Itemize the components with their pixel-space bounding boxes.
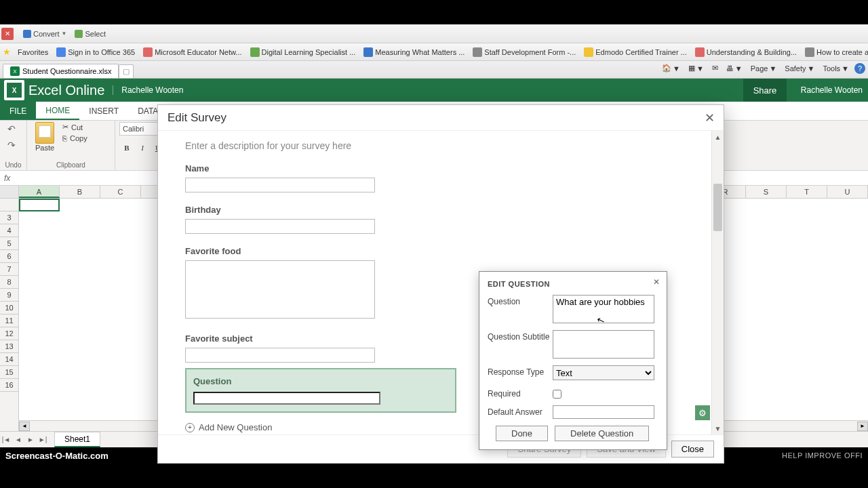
col-header-a[interactable]: A (19, 186, 60, 198)
question-input[interactable] (193, 392, 380, 405)
delete-question-button[interactable]: Delete Question (555, 426, 649, 441)
row-header[interactable]: 11 (0, 314, 18, 327)
favorites-button[interactable]: Favorites (14, 48, 52, 56)
subtitle-field[interactable] (553, 330, 654, 359)
sheet-nav-last[interactable]: ►| (37, 434, 49, 446)
survey-question-name: Name (185, 163, 696, 192)
row-header[interactable]: 9 (0, 289, 18, 302)
close-icon[interactable]: ✕ (1, 28, 14, 40)
mail-icon[interactable]: ✉ (709, 62, 721, 74)
col-header-t[interactable]: T (787, 186, 827, 198)
tab-file[interactable]: FILE (0, 102, 36, 120)
fav-link-7[interactable]: How to create a PDF Portf... (801, 47, 868, 57)
survey-question-new[interactable]: Question (185, 368, 456, 413)
col-header-s[interactable]: S (746, 186, 787, 198)
row-header[interactable]: 7 (0, 263, 18, 276)
row-header[interactable]: 3 (0, 211, 18, 224)
question-field-label: Question (488, 295, 553, 306)
question-input[interactable] (185, 348, 375, 363)
scroll-right-icon[interactable]: ► (857, 422, 868, 431)
scroll-down-icon[interactable]: ▼ (712, 422, 724, 434)
signed-in-user[interactable]: Rachelle Wooten (801, 79, 863, 102)
fav-link-5[interactable]: Edmodo Certified Trainer ... (580, 47, 691, 57)
fav-link-3[interactable]: Measuring What Matters ... (359, 47, 469, 57)
redo-button[interactable]: ↷ (4, 138, 19, 152)
ie-command-bar: ✕ Convert▼ Select (0, 24, 868, 43)
default-answer-field[interactable] (553, 405, 654, 419)
question-input[interactable] (185, 178, 375, 192)
tools-menu[interactable]: Tools▼ (820, 63, 852, 74)
watermark: Screencast-O-Matic.com (5, 451, 108, 461)
gear-icon[interactable]: ⚙ (695, 405, 710, 420)
sheet-nav-prev[interactable]: ◄ (12, 434, 24, 446)
row-header[interactable]: 6 (0, 250, 18, 263)
row-header[interactable] (0, 199, 18, 211)
col-header-u[interactable]: U (827, 186, 868, 198)
row-header[interactable]: 13 (0, 340, 18, 353)
response-type-select[interactable]: Text (553, 365, 654, 380)
row-header[interactable]: 10 (0, 302, 18, 314)
row-header[interactable]: 15 (0, 366, 18, 379)
question-field[interactable] (553, 295, 654, 323)
safety-menu[interactable]: Safety▼ (782, 63, 817, 74)
row-header[interactable]: 5 (0, 237, 18, 250)
cut-button[interactable]: ✂Cut (61, 122, 89, 132)
tab-insert[interactable]: INSERT (79, 102, 128, 120)
question-input[interactable] (185, 219, 375, 234)
scroll-up-icon[interactable]: ▲ (712, 131, 724, 143)
select-button[interactable]: Select (71, 28, 110, 39)
col-header-b[interactable]: B (60, 186, 100, 198)
undo-button[interactable]: ↶ (4, 122, 19, 136)
row-header[interactable]: 14 (0, 353, 18, 366)
copy-button[interactable]: ⎘Copy (61, 134, 89, 143)
home-icon[interactable]: 🏠▼ (659, 62, 683, 74)
scroll-left-icon[interactable]: ◄ (19, 422, 30, 431)
fav-link-2[interactable]: Digital Learning Specialist ... (246, 47, 360, 57)
excel-logo[interactable]: X (4, 80, 24, 100)
print-icon[interactable]: 🖶▼ (724, 63, 745, 74)
paste-button[interactable]: Paste (31, 122, 58, 152)
question-label: Favorite food (185, 246, 696, 256)
row-header[interactable]: 4 (0, 224, 18, 237)
ie-tab-active[interactable]: X Student Questionnaire.xlsx (3, 64, 119, 78)
favorites-star-icon[interactable]: ★ (3, 47, 11, 57)
site-icon (473, 47, 482, 57)
question-label: Name (185, 163, 696, 174)
popover-title: EDIT QUESTION (488, 280, 658, 288)
site-icon (584, 47, 593, 57)
sheet-tab-1[interactable]: Sheet1 (54, 432, 100, 447)
product-name: Excel Online (28, 83, 104, 98)
close-button[interactable]: Close (671, 441, 714, 458)
row-header[interactable]: 12 (0, 327, 18, 340)
convert-button[interactable]: Convert▼ (19, 28, 71, 39)
row-header[interactable]: 16 (0, 379, 18, 392)
feeds-icon[interactable]: ▦▼ (686, 62, 707, 74)
done-button[interactable]: Done (496, 426, 548, 441)
italic-button[interactable]: I (135, 141, 150, 155)
help-icon[interactable]: ? (854, 63, 865, 74)
add-new-question-button[interactable]: + Add New Question (185, 422, 272, 432)
bold-button[interactable]: B (119, 141, 134, 155)
fav-link-6[interactable]: Understanding & Building... (691, 47, 801, 57)
question-textarea[interactable] (185, 260, 375, 319)
help-improve-link[interactable]: HELP IMPROVE OFFI (782, 451, 863, 460)
popover-close-icon[interactable]: ✕ (650, 276, 663, 288)
row-header[interactable]: 8 (0, 276, 18, 289)
col-header-c[interactable]: C (100, 186, 141, 198)
fav-link-1[interactable]: Microsoft Educator Netw... (139, 47, 245, 57)
dialog-scrollbar[interactable]: ▲ ▼ (711, 131, 724, 434)
select-all-corner[interactable] (0, 186, 19, 198)
page-menu[interactable]: Page▼ (748, 63, 780, 74)
sheet-nav-next[interactable]: ► (24, 434, 37, 446)
fav-link-0[interactable]: Sign in to Office 365 (52, 47, 139, 57)
scroll-thumb[interactable] (713, 184, 722, 231)
site-icon (695, 47, 705, 57)
tab-home[interactable]: HOME (36, 102, 79, 120)
share-button[interactable]: Share (743, 79, 787, 102)
dialog-close-icon[interactable]: ✕ (701, 109, 718, 127)
survey-description-placeholder[interactable]: Enter a description for your survey here (185, 138, 696, 163)
ie-new-tab[interactable]: ▢ (119, 64, 134, 78)
sheet-nav-first[interactable]: |◄ (0, 434, 12, 446)
fav-link-4[interactable]: Staff Development Form -... (469, 47, 580, 57)
required-checkbox[interactable] (553, 390, 561, 399)
